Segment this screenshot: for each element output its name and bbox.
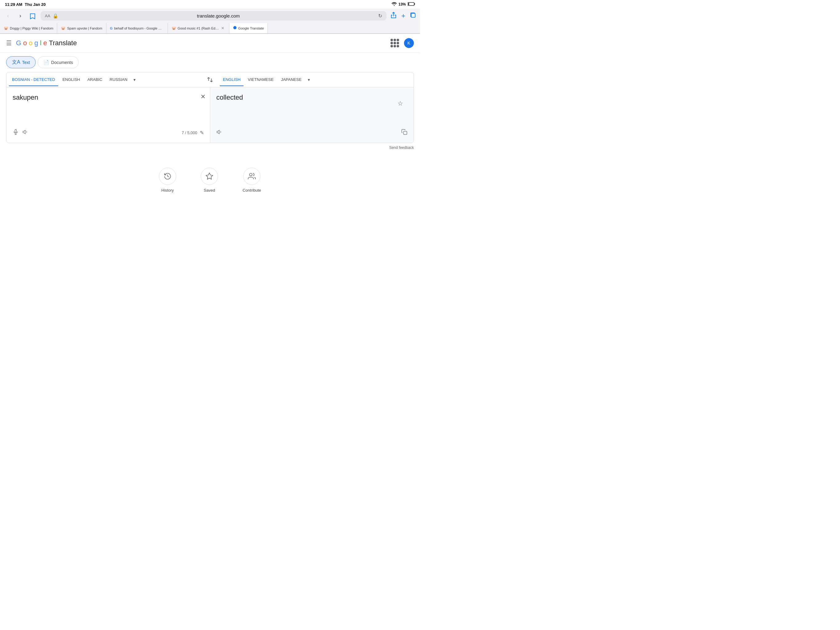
forward-button[interactable]: ›: [16, 12, 25, 20]
tab-favicon: G: [110, 27, 113, 30]
svg-rect-7: [404, 131, 407, 135]
speaker-icon[interactable]: [22, 129, 28, 136]
contribute-icon-circle: [243, 168, 261, 185]
target-lang-dropdown[interactable]: ▾: [306, 73, 312, 86]
svg-rect-6: [15, 130, 17, 133]
tab-item-active[interactable]: Google Translate: [229, 23, 268, 33]
lang-english-target[interactable]: ENGLISH: [220, 73, 243, 86]
logo-letter-o1: o: [23, 39, 27, 47]
new-tab-button[interactable]: +: [401, 12, 405, 20]
tab-text[interactable]: 文A Text: [6, 56, 36, 68]
grid-dot: [390, 45, 393, 47]
tabs-bar: 🐷 Doggy | Piggy Wiki | Fandom 🐷 Spam upv…: [0, 23, 420, 33]
edit-icon[interactable]: ✎: [200, 130, 204, 136]
send-feedback[interactable]: Send feedback: [0, 143, 420, 152]
tab-documents[interactable]: 📄 Documents: [38, 56, 79, 68]
wifi-icon: [392, 2, 396, 7]
tab-favicon: 🐷: [172, 26, 176, 30]
swap-languages-button[interactable]: [203, 72, 217, 87]
source-lang-dropdown[interactable]: ▾: [132, 73, 137, 86]
tab-item[interactable]: G behalf of foodisyum - Google Sea...: [106, 23, 168, 33]
history-button[interactable]: History: [159, 168, 176, 193]
gt-header-right: K: [390, 38, 414, 48]
text-tab-label: Text: [22, 60, 30, 65]
target-speaker-icon[interactable]: [216, 129, 223, 136]
documents-tab-icon: 📄: [43, 60, 49, 65]
source-lang-selector: BOSNIAN - DETECTED ENGLISH ARABIC RUSSIA…: [6, 73, 203, 86]
time: 11:29 AM: [5, 2, 22, 7]
microphone-icon[interactable]: [13, 129, 19, 136]
apps-grid-icon[interactable]: [390, 39, 399, 47]
gt-app-header: ☰ Google Translate K: [0, 34, 420, 52]
history-label: History: [161, 188, 174, 193]
source-area: ✕: [6, 87, 210, 143]
lang-japanese[interactable]: JAPANESE: [278, 73, 305, 86]
avatar-initial: K: [407, 41, 410, 46]
gt-header-left: ☰ Google Translate: [6, 39, 77, 47]
logo-suffix: Translate: [49, 39, 77, 47]
text-tab-icon: 文A: [12, 59, 20, 65]
target-footer: [216, 129, 408, 136]
page-content: ☰ Google Translate K 文A: [0, 34, 420, 313]
bottom-section: History Saved Contribute: [0, 152, 420, 202]
address-text: translate.google.com: [61, 13, 376, 19]
grid-dot: [390, 39, 393, 41]
logo-letter-e: e: [43, 39, 47, 47]
copy-translation-button[interactable]: [401, 129, 407, 136]
char-count-text: 7 / 5,000: [182, 130, 197, 135]
hamburger-menu-icon[interactable]: ☰: [6, 40, 12, 47]
svg-rect-4: [411, 14, 415, 17]
bookmark-button[interactable]: [28, 12, 37, 20]
translate-panel: BOSNIAN - DETECTED ENGLISH ARABIC RUSSIA…: [6, 72, 414, 143]
history-icon-circle: [159, 168, 176, 185]
saved-icon-circle: [201, 168, 218, 185]
contribute-label: Contribute: [243, 188, 261, 193]
logo-letter-g: G: [16, 39, 21, 47]
lang-russian[interactable]: RUSSIAN: [107, 73, 131, 86]
save-translation-button[interactable]: ☆: [398, 100, 403, 107]
target-text: collected: [216, 93, 408, 101]
svg-point-9: [249, 173, 252, 176]
grid-dot: [396, 39, 399, 41]
source-text-input[interactable]: [13, 93, 204, 125]
tabs-button[interactable]: [409, 12, 416, 20]
tab-close-button[interactable]: ✕: [221, 26, 225, 31]
gt-logo: Google Translate: [16, 39, 77, 47]
send-feedback-label: Send feedback: [389, 146, 414, 150]
svg-marker-8: [206, 173, 213, 179]
tab-item[interactable]: 🐷 Spam upvote | Fandom: [57, 23, 106, 33]
grid-dot: [393, 42, 396, 44]
saved-button[interactable]: Saved: [201, 168, 218, 193]
address-bar[interactable]: AA 🔒 translate.google.com ↻: [41, 11, 387, 21]
back-button[interactable]: ‹: [4, 12, 12, 20]
grid-dot: [396, 45, 399, 47]
date: Thu Jan 20: [25, 2, 46, 7]
tab-item[interactable]: 🐷 Doggy | Piggy Wiki | Fandom: [0, 23, 57, 33]
battery-text: 13%: [398, 2, 406, 6]
language-selectors: BOSNIAN - DETECTED ENGLISH ARABIC RUSSIA…: [6, 72, 414, 87]
share-button[interactable]: [390, 12, 397, 20]
browser-chrome: ‹ › AA 🔒 translate.google.com ↻ +: [0, 9, 420, 34]
tab-favicon: [233, 26, 237, 30]
logo-letter-l: l: [40, 39, 41, 47]
lang-arabic[interactable]: ARABIC: [84, 73, 105, 86]
font-size-label: AA: [45, 14, 50, 18]
contribute-button[interactable]: Contribute: [243, 168, 261, 193]
reload-icon[interactable]: ↻: [378, 13, 382, 19]
lang-bosnian-detected[interactable]: BOSNIAN - DETECTED: [9, 73, 58, 86]
svg-rect-2: [408, 3, 409, 5]
logo-letter-g2: g: [35, 39, 38, 47]
user-avatar[interactable]: K: [404, 38, 414, 48]
lock-icon: 🔒: [52, 13, 58, 19]
status-left: 11:29 AM Thu Jan 20: [5, 2, 46, 7]
lang-vietnamese[interactable]: VIETNAMESE: [245, 73, 277, 86]
grid-dot: [393, 39, 396, 41]
lang-english-source[interactable]: ENGLISH: [59, 73, 83, 86]
tab-item[interactable]: 🐷 Good music #1 (Rash Edition) | Fa... ✕: [168, 23, 229, 33]
clear-source-button[interactable]: ✕: [201, 93, 206, 100]
tab-label: Doggy | Piggy Wiki | Fandom: [10, 27, 53, 30]
status-right: 13%: [392, 2, 415, 7]
tab-label: Google Translate: [238, 27, 264, 30]
browser-actions: +: [390, 12, 416, 20]
grid-dot: [393, 45, 396, 47]
